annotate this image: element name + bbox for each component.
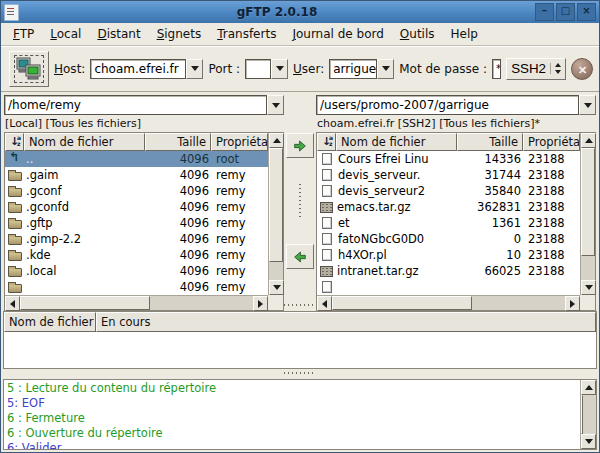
user-dropdown-button[interactable] [377,59,394,79]
host-input[interactable]: choam.efrei.fr [90,59,186,79]
minimize-button[interactable]: – [535,3,554,21]
transfer-controls [284,95,316,301]
scroll-up-button[interactable] [581,380,596,395]
menu-item[interactable]: Outils [392,25,443,43]
menu-item[interactable]: Local [42,25,89,43]
queue-column-progress[interactable]: En cours [96,312,596,332]
pane-splitter-handle[interactable] [299,184,301,218]
file-row[interactable]: .gimp-2.2 4096 remy [5,231,268,247]
log-line: 6: Valider [7,441,577,449]
log-line: 5: EOF [7,396,577,411]
file-row[interactable]: intranet.tar.gz 66025 23188 [317,263,580,279]
menu-item[interactable]: Transferts [209,25,284,43]
local-column-size[interactable]: Taille [145,133,211,151]
file-row[interactable]: fatoNGbcG0D0 0 23188 [317,231,580,247]
file-row[interactable]: 4096 remy [5,279,268,295]
file-row[interactable] [317,279,580,295]
transfer-left-button[interactable] [286,244,314,269]
remote-column-owner[interactable]: Propriétaire [523,133,580,151]
remote-rows: Cours Efrei Linu 14336 23188 devis_serve… [317,151,580,295]
local-file-list: az Nom de fichier Taille Propriétaire ..… [4,132,284,311]
transfer-right-button[interactable] [286,133,314,158]
file-row[interactable]: emacs.tar.gz 362831 23188 [317,199,580,215]
local-path-dropdown[interactable] [267,95,284,115]
file-row[interactable]: devis_serveur2 35840 23188 [317,183,580,199]
triangle-right-icon [258,300,263,308]
log-splitter-handle[interactable] [284,372,316,374]
connect-button[interactable] [9,51,49,87]
triangle-down-icon [585,285,593,290]
file-row[interactable]: Cours Efrei Linu 14336 23188 [317,151,580,167]
scroll-down-button[interactable] [581,434,596,449]
file-row[interactable]: h4XOr.pl 10 23188 [317,247,580,263]
file-row[interactable]: .gconf 4096 remy [5,183,268,199]
local-horizontal-scrollbar[interactable] [5,295,268,310]
file-row[interactable]: .gconfd 4096 remy [5,199,268,215]
host-label: Host: [54,62,85,76]
file-row[interactable]: .. 4096 root [5,151,268,167]
menu-item[interactable]: FTP [5,25,42,43]
remote-path-dropdown[interactable] [579,95,596,115]
sort-icon: az [10,137,19,147]
port-input[interactable] [245,59,271,79]
scroll-right-button[interactable] [253,296,268,311]
scroll-left-button[interactable] [5,296,20,311]
window-icon [4,4,19,21]
chevron-down-icon [276,66,284,71]
maximize-button[interactable]: □ [556,3,575,21]
scroll-left-button[interactable] [317,296,332,311]
file-row[interactable]: devis_serveur. 31744 23188 [317,167,580,183]
triangle-up-icon [585,138,593,143]
menu-item[interactable]: Signets [149,25,210,43]
queue-column-filename[interactable]: Nom de fichier [4,312,96,332]
scroll-up-button[interactable] [269,133,284,148]
triangle-left-icon [322,300,327,308]
log-lines[interactable]: 5 : Lecture du contenu du répertoire 5: … [4,380,580,449]
file-row[interactable]: .local 4096 remy [5,263,268,279]
remote-vertical-scrollbar[interactable] [580,133,595,295]
scroll-right-button[interactable] [565,296,580,311]
titlebar[interactable]: gFTP 2.0.18 – □ × [1,1,599,23]
remote-column-size[interactable]: Taille [457,133,523,151]
password-input[interactable]: ******** [492,59,501,79]
queue-splitter-handle[interactable] [284,304,316,306]
local-vertical-scrollbar[interactable] [268,133,283,295]
menu-item[interactable]: Distant [89,25,148,43]
remote-path-input[interactable]: /users/promo-2007/garrigue [316,95,579,115]
port-dropdown-button[interactable] [271,59,288,79]
log-vertical-scrollbar[interactable] [580,380,596,449]
host-dropdown-button[interactable] [186,59,203,79]
remote-column-filename[interactable]: Nom de fichier [336,133,457,151]
file-row[interactable]: et 1361 23188 [317,215,580,231]
menu-item[interactable]: Help [443,25,486,43]
remote-sort-column[interactable]: az [317,133,336,151]
scroll-down-button[interactable] [581,280,596,295]
file-row[interactable]: .gftp 4096 remy [5,215,268,231]
menu-item[interactable]: Journal de bord [284,25,391,43]
scroll-up-button[interactable] [581,133,596,148]
local-column-owner[interactable]: Propriétaire [211,133,268,151]
close-button[interactable]: × [577,3,596,21]
toolbar: Host: choam.efrei.fr Port : User: arrigu… [1,46,599,92]
transfer-queue: Nom de fichier En cours [3,311,597,369]
file-row[interactable]: .kde 4096 remy [5,247,268,263]
queue-list[interactable] [4,332,596,368]
remote-file-list: az Nom de fichier Taille Propriétaire Co… [316,132,596,311]
local-sort-column[interactable]: az [5,133,24,151]
file-row[interactable]: .gaim 4096 remy [5,167,268,183]
file-type-icon [322,233,332,245]
port-label: Port : [208,62,240,76]
chevron-down-icon [584,103,592,108]
stop-button[interactable]: ✕ [571,58,593,80]
local-path-input[interactable]: /home/remy [4,95,267,115]
file-type-icon [322,217,332,229]
protocol-select[interactable]: SSH2 [506,58,566,80]
file-type-icon [8,153,22,165]
triangle-up-icon [273,138,281,143]
local-column-filename[interactable]: Nom de fichier [24,133,145,151]
remote-horizontal-scrollbar[interactable] [317,295,580,310]
menubar: FTP Local Distant Signets Transferts Jou… [1,23,599,46]
user-input[interactable]: arrigue [329,59,377,79]
scroll-down-button[interactable] [269,280,284,295]
file-type-icon [8,268,22,277]
